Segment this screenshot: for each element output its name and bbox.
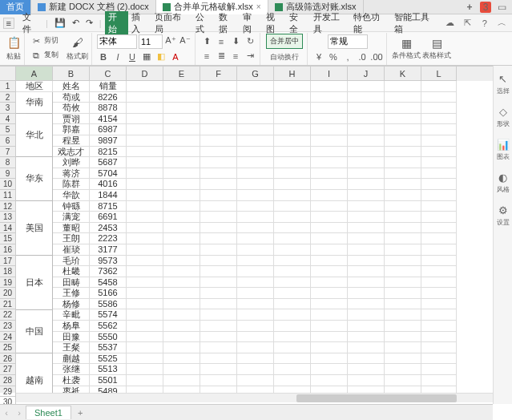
empty-cell[interactable] — [385, 157, 421, 168]
name-cell[interactable]: 毛玠 — [53, 256, 90, 267]
empty-cell[interactable] — [163, 223, 200, 234]
empty-cell[interactable] — [385, 124, 421, 135]
name-cell[interactable]: 满宠 — [53, 212, 90, 223]
merged-region-cell[interactable]: 华南 — [16, 92, 53, 114]
decrease-font-icon[interactable]: A⁻ — [179, 34, 191, 47]
empty-cell[interactable] — [163, 103, 200, 114]
empty-cell[interactable] — [127, 386, 163, 393]
sales-cell[interactable]: 8878 — [90, 103, 127, 114]
row-header-9[interactable]: 9 — [0, 168, 16, 180]
name-cell[interactable]: 王粲 — [53, 342, 90, 353]
row-header-18[interactable]: 18 — [0, 266, 16, 277]
empty-cell[interactable] — [163, 364, 200, 375]
cells-area[interactable]: 地区姓名销量苟或8226苟攸8878贾诩4154郭嘉6987程昱9897戏志才8… — [16, 81, 502, 393]
decimal-dec-icon[interactable]: .00 — [370, 50, 383, 63]
empty-cell[interactable] — [163, 212, 200, 223]
save-icon[interactable]: 💾 — [51, 18, 69, 28]
empty-cell[interactable] — [237, 201, 274, 212]
empty-cell[interactable] — [127, 244, 163, 256]
empty-cell[interactable] — [237, 190, 274, 201]
empty-cell[interactable] — [311, 233, 348, 244]
row-header-22[interactable]: 22 — [0, 309, 16, 321]
empty-cell[interactable] — [311, 223, 348, 234]
empty-cell[interactable] — [163, 81, 200, 92]
empty-cell[interactable] — [163, 321, 200, 332]
side-settings[interactable]: ⚙设置 — [497, 204, 510, 227]
sales-cell[interactable]: 5537 — [90, 342, 127, 353]
sales-cell[interactable]: 2223 — [90, 233, 127, 244]
menu-dev[interactable]: 开发工具 — [310, 11, 351, 35]
empty-cell[interactable] — [163, 201, 200, 212]
empty-cell[interactable] — [421, 233, 457, 244]
merged-region-cell[interactable]: 越南 — [16, 353, 53, 393]
sales-cell[interactable]: 5574 — [90, 309, 127, 321]
share-icon[interactable]: ⇱ — [461, 16, 474, 30]
empty-cell[interactable] — [348, 135, 385, 147]
empty-cell[interactable] — [200, 124, 237, 135]
empty-cell[interactable] — [237, 135, 274, 147]
empty-cell[interactable] — [348, 375, 385, 386]
empty-cell[interactable] — [421, 201, 457, 212]
empty-cell[interactable] — [348, 223, 385, 234]
help-icon[interactable]: ? — [478, 16, 491, 30]
sales-cell[interactable]: 7362 — [90, 266, 127, 277]
cloud-icon[interactable]: ☁ — [443, 16, 457, 30]
empty-cell[interactable] — [311, 244, 348, 256]
empty-cell[interactable] — [163, 256, 200, 267]
empty-cell[interactable] — [200, 266, 237, 277]
empty-cell[interactable] — [237, 233, 274, 244]
empty-cell[interactable] — [348, 288, 385, 299]
empty-cell[interactable] — [311, 321, 348, 332]
empty-cell[interactable] — [127, 277, 163, 289]
empty-cell[interactable] — [311, 157, 348, 168]
empty-cell[interactable] — [385, 342, 421, 353]
empty-cell[interactable] — [237, 103, 274, 114]
empty-cell[interactable] — [385, 256, 421, 267]
header-cell[interactable]: 地区 — [16, 81, 53, 92]
decimal-inc-icon[interactable]: .0 — [356, 50, 369, 63]
col-header-D[interactable]: D — [127, 67, 163, 81]
paste-icon[interactable]: 📋 — [6, 35, 21, 50]
empty-cell[interactable] — [237, 277, 274, 289]
empty-cell[interactable] — [421, 92, 457, 103]
conditional-format-icon[interactable]: ▦ — [399, 36, 413, 50]
empty-cell[interactable] — [421, 114, 457, 125]
merged-region-cell[interactable]: 中国 — [16, 310, 53, 353]
merged-region-cell[interactable]: 华东 — [16, 157, 53, 200]
empty-cell[interactable] — [311, 124, 348, 135]
empty-cell[interactable] — [163, 135, 200, 147]
empty-cell[interactable] — [385, 288, 421, 299]
menu-security[interactable]: 安全 — [286, 11, 309, 35]
empty-cell[interactable] — [311, 168, 348, 180]
menu-view[interactable]: 视图 — [263, 11, 286, 35]
name-cell[interactable]: 董昭 — [53, 223, 90, 234]
new-tab-icon[interactable]: + — [464, 2, 475, 13]
empty-cell[interactable] — [385, 114, 421, 125]
empty-cell[interactable] — [163, 266, 200, 277]
sales-cell[interactable]: 5550 — [90, 332, 127, 343]
col-header-J[interactable]: J — [348, 67, 385, 81]
empty-cell[interactable] — [200, 92, 237, 103]
empty-cell[interactable] — [348, 81, 385, 92]
empty-cell[interactable] — [200, 342, 237, 353]
empty-cell[interactable] — [200, 309, 237, 321]
side-shape[interactable]: ◇形状 — [497, 105, 510, 128]
empty-cell[interactable] — [311, 342, 348, 353]
empty-cell[interactable] — [385, 332, 421, 343]
empty-cell[interactable] — [127, 201, 163, 212]
empty-cell[interactable] — [127, 288, 163, 299]
empty-cell[interactable] — [237, 309, 274, 321]
empty-cell[interactable] — [421, 168, 457, 180]
empty-cell[interactable] — [163, 92, 200, 103]
merged-region-cell[interactable]: 日本 — [16, 256, 53, 310]
empty-cell[interactable] — [348, 103, 385, 114]
font-name-select[interactable] — [97, 34, 137, 49]
align-top-icon[interactable]: ⬆ — [200, 35, 213, 48]
name-cell[interactable]: 田畴 — [53, 277, 90, 289]
col-header-C[interactable]: C — [90, 67, 127, 81]
empty-cell[interactable] — [421, 266, 457, 277]
empty-cell[interactable] — [237, 353, 274, 365]
empty-cell[interactable] — [163, 375, 200, 386]
empty-cell[interactable] — [311, 212, 348, 223]
empty-cell[interactable] — [200, 299, 237, 310]
